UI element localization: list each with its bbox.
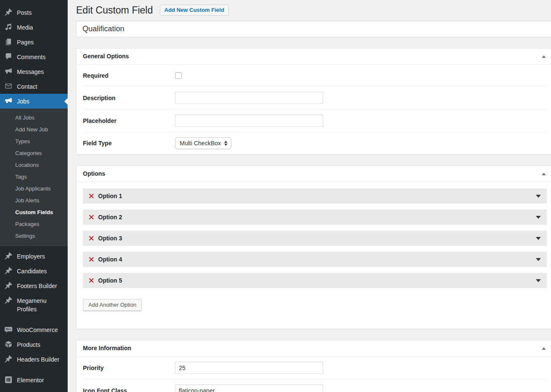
options-header[interactable]: Options [77,166,551,182]
delete-option-icon[interactable] [89,236,94,241]
sidebar-item-label: Templates [17,390,44,392]
page-header: Edit Custom Field Add New Custom Field [76,4,551,16]
sidebar-item-label: Footers Builder [17,281,57,290]
option-row-1[interactable]: Option 1 [83,188,547,204]
sidebar-item-employers[interactable]: Employers [0,249,68,264]
megaphone-icon [4,97,13,105]
add-new-custom-field-button[interactable]: Add New Custom Field [160,5,229,16]
sidebar-item-label: Elementor [17,376,44,384]
sidebar-item-comments[interactable]: Comments [0,49,68,64]
box-icon [4,340,13,348]
sidebar-item-label: Products [17,340,40,349]
sidebar-item-footers-builder[interactable]: Footers Builder [0,278,68,293]
description-input[interactable] [175,92,323,104]
priority-row: Priority [83,357,547,379]
submenu-item-custom-fields[interactable]: Custom Fields [0,207,68,218]
submenu-item-packages[interactable]: Packages [0,218,68,230]
submenu-item-job-applicants[interactable]: Job Applicants [0,183,68,195]
sidebar-item-messages[interactable]: Messages [0,64,68,79]
sidebar-item-contact[interactable]: Contact [0,79,68,94]
more-information-header[interactable]: More Information [77,340,551,357]
submenu-item-types[interactable]: Types [0,136,68,147]
required-checkbox[interactable] [175,72,182,79]
required-row: Required [83,65,547,87]
sidebar-item-pages[interactable]: Pages [0,35,68,49]
sidebar-item-label: Comments [17,52,46,61]
sidebar-item-megamenu-profiles[interactable]: Megamenu Profiles [0,293,68,316]
sidebar-item-products[interactable]: Products [0,337,68,352]
submenu-item-settings[interactable]: Settings [0,230,68,242]
sidebar-item-headers-builder[interactable]: Headers Builder [0,352,68,367]
svg-text:Woo: Woo [6,328,11,330]
option-row-2[interactable]: Option 2 [83,210,547,225]
sidebar-item-media[interactable]: Media [0,20,68,35]
sidebar-item-label: Candidates [17,267,47,275]
collapse-panel-icon[interactable] [542,347,546,350]
sidebar-item-elementor[interactable]: Elementor [0,373,68,387]
sidebar-item-woocommerce[interactable]: Woo WooCommerce [0,322,68,337]
submenu-item-tags[interactable]: Tags [0,171,68,183]
panel-title: General Options [83,53,129,60]
page-title: Edit Custom Field [76,4,153,16]
pushpin-icon [4,8,13,16]
media-icon [4,23,13,31]
sidebar-item-candidates[interactable]: Candidates [0,264,68,278]
icon-font-class-input[interactable] [175,384,323,392]
field-type-label: Field Type [83,140,175,147]
delete-option-icon[interactable] [89,215,94,220]
woocommerce-icon: Woo [4,325,13,334]
placeholder-row: Placeholder [83,109,547,132]
wp-admin-screen: Posts Media Pages Comments Messages Cont… [0,0,551,392]
panel-title: More Information [83,345,131,352]
sidebar-item-label: Megamenu Profiles [17,296,64,313]
sidebar-item-label: Headers Builder [17,355,59,364]
delete-option-icon[interactable] [89,278,94,283]
options-panel: Options Option 1 Option 2 Option 3 [76,166,551,329]
sidebar-item-templates[interactable]: Templates [0,387,68,392]
submenu-item-locations[interactable]: Locations [0,159,68,171]
sidebar-item-label: Messages [17,67,44,76]
sidebar-item-label: WooCommerce [17,325,58,334]
pushpin-icon [4,267,13,275]
envelope-icon [4,82,13,90]
pushpin-icon [4,281,13,290]
option-label: Option 5 [98,277,122,284]
option-row-3[interactable]: Option 3 [83,231,547,246]
submenu-item-add-new-job[interactable]: Add New Job [0,124,68,136]
priority-input[interactable] [175,362,323,374]
delete-option-icon[interactable] [89,193,94,199]
required-label: Required [83,72,175,79]
field-name-input[interactable] [76,21,551,37]
add-another-option-button[interactable]: Add Another Option [83,299,142,311]
sidebar-item-label: Media [17,23,33,32]
icon-font-class-row: Icon Font Class [83,379,547,392]
admin-sidebar: Posts Media Pages Comments Messages Cont… [0,0,68,392]
submenu-item-job-alerts[interactable]: Job Alerts [0,195,68,207]
comments-icon [4,52,13,61]
placeholder-input[interactable] [175,114,323,127]
collapse-panel-icon[interactable] [542,55,546,58]
sidebar-item-label: Pages [17,38,34,46]
panel-title: Options [83,170,105,177]
collapse-panel-icon[interactable] [542,173,546,175]
submenu-item-all-jobs[interactable]: All Jobs [0,112,68,124]
placeholder-label: Placeholder [83,117,175,124]
sidebar-item-posts[interactable]: Posts [0,5,68,20]
description-row: Description [83,87,547,109]
submenu-item-categories[interactable]: Categories [0,147,68,159]
delete-option-icon[interactable] [89,257,94,262]
pushpin-icon [4,252,13,260]
chevron-down-icon [536,258,541,261]
option-row-5[interactable]: Option 5 [83,273,547,288]
jobs-submenu: All Jobs Add New Job Types Categories Lo… [0,109,68,246]
folder-icon [4,390,13,392]
option-label: Option 3 [98,235,122,242]
option-row-4[interactable]: Option 4 [83,252,547,267]
field-type-selected-value: Multi CheckBox [180,140,221,147]
sidebar-item-jobs[interactable]: Jobs [0,94,68,109]
general-options-header[interactable]: General Options [77,49,551,65]
option-label: Option 4 [98,256,122,263]
pushpin-icon [4,355,13,363]
sidebar-item-label: Employers [17,252,45,261]
field-type-select[interactable]: Multi CheckBox [175,137,231,149]
